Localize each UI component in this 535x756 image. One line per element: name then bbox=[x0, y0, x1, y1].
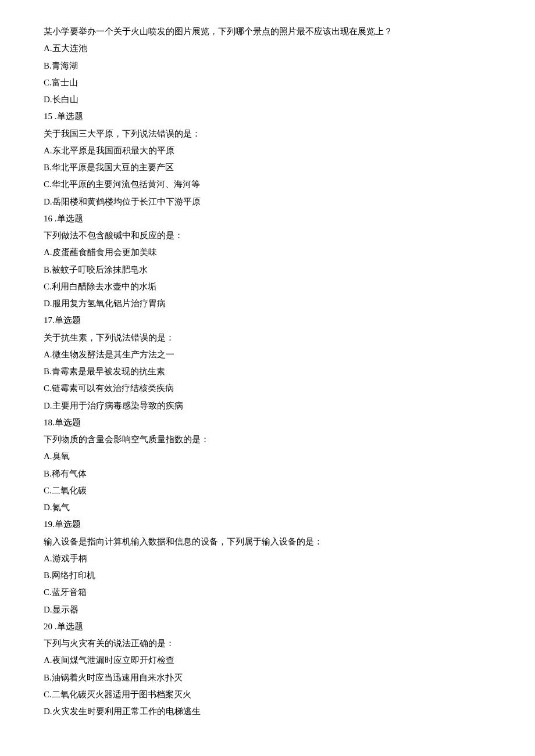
option-a: A.臭氧 bbox=[44, 448, 491, 465]
question-stem: 下列物质的含量会影响空气质量指数的是： bbox=[44, 431, 491, 448]
option-c: C.链霉素可以有效治疗结核类疾病 bbox=[44, 380, 491, 397]
option-b: B.青海湖 bbox=[44, 58, 491, 74]
question-header: 17.单选题 bbox=[44, 312, 491, 329]
option-b: B.华北平原是我国大豆的主要产区 bbox=[44, 159, 491, 176]
option-d: D.火灾发生时要利用正常工作的电梯逃生 bbox=[44, 703, 491, 720]
option-a: A.东北平原是我国面积最大的平原 bbox=[44, 142, 491, 159]
question-header: 19.单选题 bbox=[44, 516, 491, 533]
question-header: 16 .单选题 bbox=[44, 210, 491, 227]
option-b: B.网络打印机 bbox=[44, 567, 491, 584]
option-d: D.显示器 bbox=[44, 601, 491, 618]
question-stem: 输入设备是指向计算机输入数据和信息的设备，下列属于输入设备的是： bbox=[44, 533, 491, 550]
option-a: A.夜间煤气泄漏时应立即开灯检查 bbox=[44, 652, 491, 669]
question-stem: 下列做法不包含酸碱中和反应的是： bbox=[44, 227, 491, 244]
option-d: D.服用复方氢氧化铝片治疗胃病 bbox=[44, 295, 491, 312]
question-header: 15 .单选题 bbox=[44, 108, 491, 125]
option-d: D.长白山 bbox=[44, 91, 491, 108]
option-a: A.五大连池 bbox=[44, 40, 491, 57]
option-d: D.氮气 bbox=[44, 499, 491, 516]
question-header: 20 .单选题 bbox=[44, 618, 491, 635]
option-a: A.游戏手柄 bbox=[44, 550, 491, 567]
question-header: 18.单选题 bbox=[44, 414, 491, 431]
option-b: B.青霉素是最早被发现的抗生素 bbox=[44, 363, 491, 380]
option-c: C.富士山 bbox=[44, 74, 491, 91]
option-c: C.利用白醋除去水壶中的水垢 bbox=[44, 278, 491, 295]
question-stem: 下列与火灾有关的说法正确的是： bbox=[44, 635, 491, 652]
question-stem: 某小学要举办一个关于火山喷发的图片展览，下列哪个景点的照片最不应该出现在展览上？ bbox=[44, 23, 491, 40]
question-stem: 关于抗生素，下列说法错误的是： bbox=[44, 329, 491, 346]
option-b: B.稀有气体 bbox=[44, 465, 491, 482]
option-c: C.二氧化碳灭火器适用于图书档案灭火 bbox=[44, 686, 491, 703]
option-d: D.岳阳楼和黄鹤楼均位于长江中下游平原 bbox=[44, 194, 491, 210]
option-b: B.油锅着火时应当迅速用自来水扑灭 bbox=[44, 669, 491, 686]
option-c: C.蓝牙音箱 bbox=[44, 584, 491, 601]
option-c: C.华北平原的主要河流包括黄河、海河等 bbox=[44, 176, 491, 193]
option-b: B.被蚊子叮咬后涂抹肥皂水 bbox=[44, 261, 491, 278]
option-d: D.主要用于治疗病毒感染导致的疾病 bbox=[44, 397, 491, 414]
option-a: A.皮蛋蘸食醋食用会更加美味 bbox=[44, 244, 491, 261]
option-a: A.微生物发酵法是其生产方法之一 bbox=[44, 346, 491, 363]
option-c: C.二氧化碳 bbox=[44, 482, 491, 499]
question-stem: 关于我国三大平原，下列说法错误的是： bbox=[44, 126, 491, 142]
